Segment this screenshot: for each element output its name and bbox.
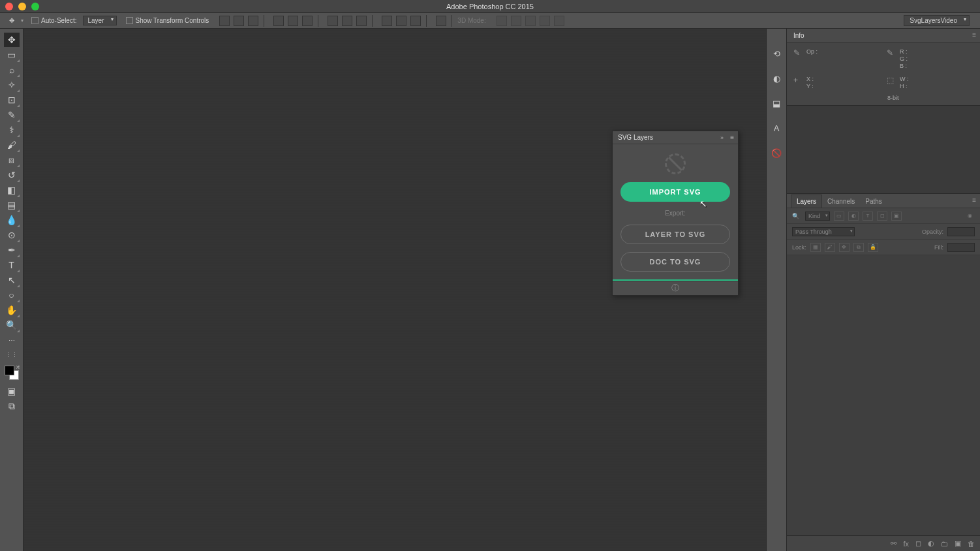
screen-mode[interactable]: ⧉: [4, 399, 20, 413]
tab-paths[interactable]: Paths: [860, 195, 887, 208]
align-bottom-icon[interactable]: [248, 16, 258, 26]
import-svg-button[interactable]: IMPORT SVG: [620, 182, 730, 202]
filter-smart-icon[interactable]: ▣: [891, 212, 902, 221]
panel-menu-icon[interactable]: ≡: [730, 134, 734, 141]
panel-collapse-icon[interactable]: »: [720, 134, 724, 141]
adjustment-layer-icon[interactable]: ◐: [928, 539, 934, 548]
dodge-tool[interactable]: ⊙: [4, 228, 20, 242]
show-transform-checkbox[interactable]: [126, 17, 133, 24]
history-brush-tool[interactable]: ↺: [4, 168, 20, 182]
auto-align-icon[interactable]: [436, 16, 446, 26]
lock-all-icon[interactable]: 🔒: [868, 243, 878, 252]
blur-tool[interactable]: 💧: [4, 213, 20, 227]
distribute-right-icon[interactable]: [410, 16, 421, 26]
opacity-input[interactable]: [947, 227, 975, 236]
h-readout: H :: [900, 83, 909, 89]
path-selection-tool[interactable]: ↖: [4, 273, 20, 287]
align-hcenter-icon[interactable]: [288, 16, 298, 26]
more-tools[interactable]: ⋯: [4, 333, 20, 347]
panel-menu-icon[interactable]: ≡: [972, 31, 976, 39]
align-left-icon[interactable]: [273, 16, 284, 26]
bit-depth-readout: 8-bit: [787, 95, 980, 105]
filter-toggle-icon[interactable]: ◉: [964, 212, 975, 221]
lock-image-icon[interactable]: 🖌: [825, 243, 835, 252]
distribute-vcenter-icon[interactable]: [342, 16, 352, 26]
tab-layers[interactable]: Layers: [791, 195, 822, 208]
color-swatches[interactable]: ⤭: [5, 366, 19, 380]
foreground-color[interactable]: [5, 366, 14, 375]
pen-tool[interactable]: ✒: [4, 243, 20, 257]
quick-mask-mode[interactable]: ▣: [4, 384, 20, 398]
orbit-3d-icon[interactable]: [497, 16, 507, 26]
brush-tool[interactable]: 🖌: [4, 138, 20, 152]
adjustments-panel-icon[interactable]: ◐: [770, 72, 783, 85]
eraser-tool[interactable]: ◧: [4, 183, 20, 197]
marquee-tool[interactable]: ▭: [4, 48, 20, 62]
shape-tool[interactable]: ○: [4, 288, 20, 302]
zoom-3d-icon[interactable]: [554, 16, 564, 26]
workspace-selector[interactable]: SvgLayersVideo: [904, 15, 970, 26]
distribute-left-icon[interactable]: [382, 16, 392, 26]
magic-wand-tool[interactable]: ✧: [4, 78, 20, 92]
deny-panel-icon[interactable]: 🚫: [770, 146, 783, 159]
align-right-icon[interactable]: [302, 16, 313, 26]
close-window-button[interactable]: [5, 3, 13, 10]
search-icon[interactable]: 🔍: [792, 213, 801, 219]
filter-shape-icon[interactable]: ◻: [877, 212, 887, 221]
lock-artboard-icon[interactable]: ⧉: [853, 243, 864, 252]
layers-panel-menu-icon[interactable]: ≡: [972, 197, 976, 204]
distribute-hcenter-icon[interactable]: [396, 16, 406, 26]
svg-panel-info[interactable]: ⓘ: [613, 281, 738, 295]
layer-style-icon[interactable]: fx: [903, 540, 909, 548]
move-tool[interactable]: ✥: [4, 33, 20, 47]
minimize-window-button[interactable]: [18, 3, 26, 10]
roll-3d-icon[interactable]: [511, 16, 521, 26]
new-group-icon[interactable]: 🗀: [941, 540, 948, 548]
layers-list[interactable]: [787, 255, 980, 535]
clone-stamp-tool[interactable]: ⧇: [4, 153, 20, 167]
auto-select-checkbox[interactable]: [31, 17, 38, 24]
zoom-tool[interactable]: 🔍: [4, 318, 20, 332]
new-layer-icon[interactable]: ▣: [955, 539, 961, 548]
link-layers-icon[interactable]: ⚯: [891, 539, 896, 548]
filter-adjustment-icon[interactable]: ◐: [848, 212, 859, 221]
no-document-icon: [665, 153, 686, 174]
layer-to-svg-button[interactable]: LAYER TO SVG: [620, 225, 730, 244]
lock-position-icon[interactable]: ✥: [839, 243, 850, 252]
eyedropper-tool[interactable]: ✎: [4, 108, 20, 122]
healing-brush-tool[interactable]: ⚕: [4, 123, 20, 137]
tab-channels[interactable]: Channels: [822, 195, 860, 208]
lasso-tool[interactable]: ⌕: [4, 63, 20, 77]
lock-transparency-icon[interactable]: ▦: [810, 243, 821, 252]
fill-input[interactable]: [947, 243, 975, 252]
properties-panel-icon[interactable]: ⬓: [770, 97, 783, 110]
delete-layer-icon[interactable]: 🗑: [968, 540, 975, 548]
filter-type-icon[interactable]: T: [863, 212, 873, 221]
slide-3d-icon[interactable]: [540, 16, 550, 26]
distribute-bottom-icon[interactable]: [356, 16, 367, 26]
tools-panel: ✥ ▭ ⌕ ✧ ⊡ ✎ ⚕ 🖌 ⧇ ↺ ◧ ▤ 💧 ⊙ ✒ T ↖ ○ ✋ 🔍 …: [0, 29, 23, 551]
layer-mask-icon[interactable]: ◻: [915, 539, 921, 548]
distribute-top-icon[interactable]: [328, 16, 338, 26]
history-panel-icon[interactable]: ⟲: [770, 47, 783, 60]
info-panel-tab[interactable]: Info ≡: [787, 29, 980, 43]
doc-to-svg-button[interactable]: DOC TO SVG: [620, 252, 730, 272]
blend-mode-dropdown[interactable]: Pass Through: [792, 227, 855, 236]
collapsed-dock: ⟲ ◐ ⬓ A 🚫: [766, 29, 787, 551]
filter-pixel-icon[interactable]: ▭: [834, 212, 844, 221]
filter-kind-dropdown[interactable]: Kind: [805, 212, 830, 221]
svg-layers-panel-header[interactable]: SVG Layers » ≡: [613, 131, 738, 144]
edit-toolbar[interactable]: ⋮⋮: [4, 348, 20, 362]
maximize-window-button[interactable]: [31, 3, 39, 10]
tool-preset-dropdown[interactable]: ▾: [21, 18, 23, 24]
type-tool[interactable]: T: [4, 258, 20, 272]
character-panel-icon[interactable]: A: [770, 121, 783, 134]
gradient-tool[interactable]: ▤: [4, 198, 20, 212]
crop-tool[interactable]: ⊡: [4, 93, 20, 107]
align-top-icon[interactable]: [219, 16, 230, 26]
align-vcenter-icon[interactable]: [234, 16, 244, 26]
pan-3d-icon[interactable]: [525, 16, 536, 26]
auto-select-dropdown[interactable]: Layer: [83, 16, 116, 25]
hand-tool[interactable]: ✋: [4, 303, 20, 317]
swap-colors-icon[interactable]: ⤭: [16, 364, 20, 370]
